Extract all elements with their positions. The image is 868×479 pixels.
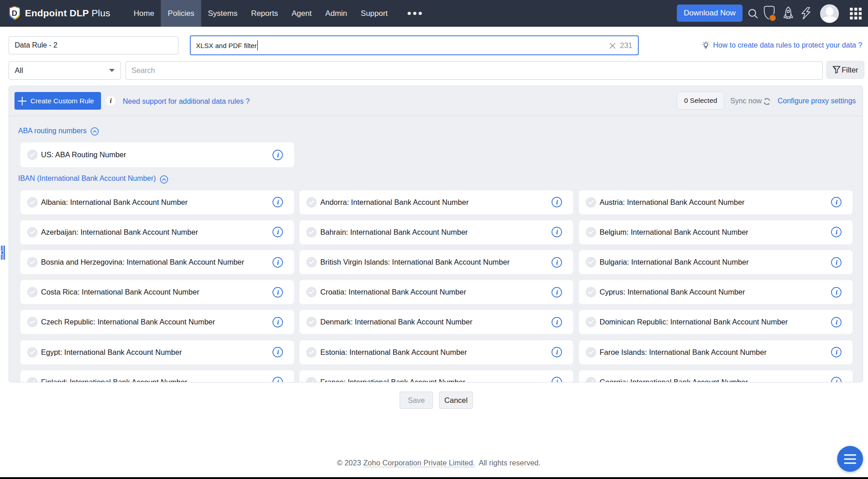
svg-text:i: i bbox=[556, 319, 559, 326]
svg-text:i: i bbox=[277, 378, 279, 382]
svg-text:i: i bbox=[835, 198, 838, 206]
svg-text:D: D bbox=[12, 9, 17, 18]
svg-text:i: i bbox=[277, 198, 279, 206]
svg-text:i: i bbox=[556, 289, 559, 296]
svg-text:i: i bbox=[835, 348, 838, 356]
svg-text:i: i bbox=[556, 198, 559, 206]
svg-text:i: i bbox=[835, 228, 838, 236]
svg-text:i: i bbox=[277, 289, 279, 296]
svg-text:i: i bbox=[835, 319, 838, 326]
svg-text:i: i bbox=[277, 319, 279, 326]
svg-text:i: i bbox=[277, 259, 279, 266]
svg-text:i: i bbox=[277, 151, 279, 159]
svg-text:i: i bbox=[556, 259, 559, 266]
svg-text:i: i bbox=[835, 289, 838, 296]
svg-text:i: i bbox=[556, 228, 559, 236]
svg-text:i: i bbox=[835, 378, 838, 382]
svg-text:i: i bbox=[556, 378, 559, 382]
svg-text:i: i bbox=[835, 259, 838, 266]
svg-text:i: i bbox=[556, 348, 559, 356]
svg-text:i: i bbox=[277, 348, 279, 356]
svg-text:i: i bbox=[277, 228, 279, 236]
